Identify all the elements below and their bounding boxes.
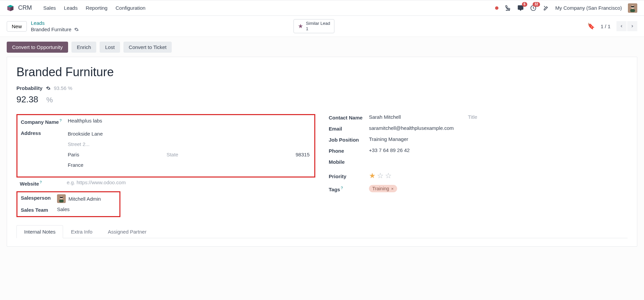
sales-team-label: Sales Team (21, 206, 57, 213)
address-label: Address (21, 130, 68, 136)
nav-sales[interactable]: Sales (39, 5, 60, 11)
tools-icon[interactable] (543, 5, 549, 11)
breadcrumb-current: Branded Furniture (31, 26, 71, 33)
gear-icon[interactable] (74, 27, 79, 32)
salesperson-avatar-icon (57, 194, 66, 203)
salesperson-input[interactable]: Mitchell Admin (68, 196, 101, 202)
star-3-icon[interactable]: ☆ (385, 171, 392, 180)
svg-rect-9 (630, 9, 635, 12)
nav-leads[interactable]: Leads (60, 5, 82, 11)
nav-configuration[interactable]: Configuration (111, 5, 149, 11)
breadcrumb-parent[interactable]: Leads (31, 20, 79, 27)
bookmark-icon[interactable]: 🔖 (587, 22, 595, 30)
help-icon[interactable]: ? (341, 186, 343, 190)
contact-title-input[interactable]: Title (468, 114, 477, 120)
help-icon[interactable]: ? (40, 180, 42, 184)
notebook-tabs: Internal Notes Extra Info Assigned Partn… (16, 225, 628, 238)
phone-icon[interactable] (504, 5, 511, 11)
svg-point-5 (509, 10, 509, 10)
lost-button[interactable]: Lost (100, 42, 120, 53)
svg-point-3 (506, 10, 507, 10)
street2-input[interactable]: Street 2... (68, 140, 312, 148)
probability-auto: 93.56 % (54, 85, 72, 91)
probability-input[interactable]: 92.38 (16, 94, 38, 105)
user-avatar[interactable] (628, 3, 637, 13)
recording-indicator-icon (495, 6, 498, 10)
activities-icon[interactable]: 32 (530, 5, 537, 11)
website-label: Website (20, 181, 39, 187)
highlight-salesperson-team: Salesperson Mitchell Admin Sales Team Sa… (16, 191, 120, 217)
convert-opportunity-button[interactable]: Convert to Opportunity (7, 42, 68, 53)
left-column: Company Name? Healthplus labs Address Br… (16, 114, 315, 217)
tag-training[interactable]: Training × (369, 185, 397, 192)
contact-name-label: Contact Name (329, 114, 369, 120)
right-column: Contact Name Sarah Mitchell Title Email … (329, 114, 628, 217)
breadcrumb: Leads Branded Furniture (31, 20, 79, 33)
svg-rect-13 (59, 200, 64, 202)
svg-rect-14 (60, 197, 63, 198)
new-button[interactable]: New (7, 21, 27, 32)
tab-assigned-partner[interactable]: Assigned Partner (100, 225, 154, 238)
state-input[interactable]: State (166, 150, 245, 159)
email-input[interactable]: saramitchell@healthplusexample.com (369, 125, 628, 131)
app-logo-icon[interactable] (7, 4, 14, 12)
tags-label: Tags (329, 187, 340, 192)
similar-leads-button[interactable]: ★ Similar Lead 1 (293, 19, 334, 33)
probability-unit: % (46, 96, 53, 104)
convert-ticket-button[interactable]: Convert to Ticket (123, 42, 172, 53)
form-view: Convert to Opportunity Enrich Lost Conve… (0, 37, 644, 300)
tab-extra-info[interactable]: Extra Info (63, 225, 100, 238)
job-position-input[interactable]: Training Manager (369, 136, 628, 142)
country-input[interactable]: France (68, 161, 312, 169)
probability-label: Probability (16, 85, 43, 91)
control-panel: New Leads Branded Furniture ★ Similar Le… (0, 16, 644, 37)
email-label: Email (329, 125, 369, 132)
company-name-input[interactable]: Healthplus labs (68, 118, 312, 123)
gear-icon[interactable] (46, 86, 51, 91)
website-input[interactable]: e.g. https://www.odoo.com (67, 180, 315, 185)
svg-rect-10 (631, 6, 634, 7)
contact-name-input[interactable]: Sarah Mitchell (369, 114, 401, 120)
star-1-icon[interactable]: ★ (369, 171, 376, 180)
messaging-badge: 6 (522, 2, 527, 7)
help-icon[interactable]: ? (59, 118, 61, 122)
pager-prev-button[interactable] (616, 21, 627, 31)
tag-label: Training (372, 186, 389, 191)
company-name-label: Company Name (21, 119, 59, 125)
similar-leads-count: 1 (306, 26, 330, 32)
zip-input[interactable]: 98315 (250, 150, 312, 159)
highlight-company-address: Company Name? Healthplus labs Address Br… (16, 114, 315, 178)
tag-remove-icon[interactable]: × (391, 186, 394, 191)
form-sheet: Branded Furniture Probability 93.56 % 92… (7, 57, 637, 247)
mobile-label: Mobile (329, 158, 369, 165)
job-position-label: Job Position (329, 136, 369, 143)
svg-point-4 (507, 10, 508, 10)
activities-badge: 32 (533, 2, 540, 7)
nav-reporting[interactable]: Reporting (82, 5, 111, 11)
phone-input[interactable]: +33 7 64 89 26 42 (369, 147, 628, 153)
messaging-icon[interactable]: 6 (517, 5, 524, 11)
salesperson-label: Salesperson (21, 194, 57, 201)
record-title[interactable]: Branded Furniture (16, 65, 628, 79)
priority-label: Priority (329, 173, 369, 179)
enrich-button[interactable]: Enrich (71, 42, 97, 53)
priority-stars[interactable]: ★ ☆ ☆ (369, 171, 628, 180)
street-input[interactable]: Brookside Lane (68, 130, 312, 138)
pager-next-button[interactable] (627, 21, 637, 31)
sales-team-input[interactable]: Sales (57, 206, 117, 212)
star-2-icon[interactable]: ☆ (377, 171, 384, 180)
phone-label: Phone (329, 147, 369, 154)
pager-text: 1 / 1 (601, 23, 610, 29)
similar-leads-label: Similar Lead (306, 21, 330, 26)
city-input[interactable]: Paris (68, 150, 162, 159)
topbar: CRM Sales Leads Reporting Configuration … (0, 0, 644, 16)
company-selector[interactable]: My Company (San Francisco) (555, 5, 622, 11)
app-name[interactable]: CRM (18, 4, 32, 11)
tab-internal-notes[interactable]: Internal Notes (16, 225, 63, 238)
star-icon: ★ (298, 22, 303, 30)
statusbar-buttons: Convert to Opportunity Enrich Lost Conve… (7, 37, 637, 57)
